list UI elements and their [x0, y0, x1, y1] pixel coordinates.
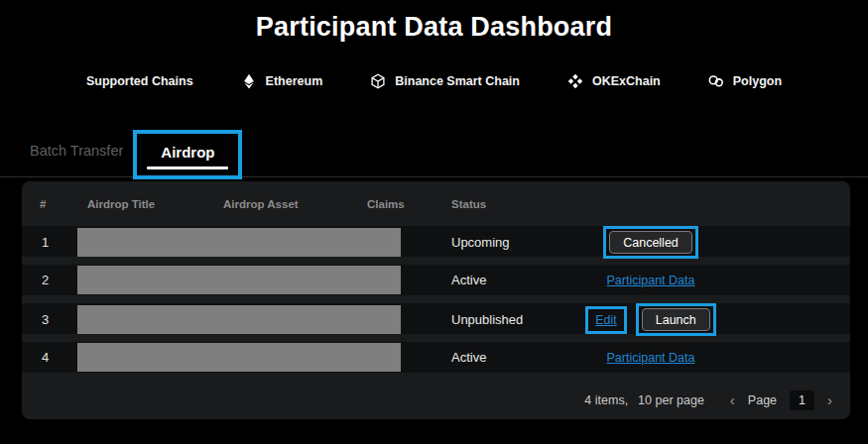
row-status: Active — [423, 273, 576, 287]
row-status: Active — [423, 350, 576, 365]
tab-batch-transfer[interactable]: Batch Transfer — [30, 135, 123, 166]
table-footer: 4 items, 10 per page ‹ Page 1 › — [22, 381, 850, 419]
redacted-airdrop-info-bar — [77, 266, 401, 294]
per-page-label: 10 per page — [638, 393, 704, 407]
column-header-index: # — [36, 198, 77, 210]
chain-item-polygon: Polygon — [708, 73, 782, 89]
highlight-box: Cancelled — [603, 226, 698, 259]
chain-name: OKExChain — [592, 74, 661, 88]
table-row: 4 Active Participant Data — [22, 342, 850, 373]
table-row: 2 Active Participant Data — [22, 265, 850, 295]
chain-item-ethereum: Ethereum — [241, 73, 323, 89]
column-header-asset: Airdrop Asset — [221, 198, 365, 210]
chain-name: Binance Smart Chain — [395, 74, 520, 88]
pagination: ‹ Page 1 › — [730, 390, 832, 410]
action-link-edit[interactable]: Edit — [591, 311, 621, 329]
table-row: 3 Unpublished EditLaunch — [22, 303, 850, 334]
column-header-status: Status — [423, 198, 576, 210]
chain-name: Polygon — [733, 74, 782, 88]
column-header-claims: Claims — [365, 198, 423, 210]
current-page-button[interactable]: 1 — [790, 390, 814, 410]
tab-airdrop[interactable]: Airdrop — [137, 134, 238, 175]
action-button-cancelled[interactable]: Cancelled — [609, 231, 692, 254]
row-index: 4 — [36, 350, 77, 365]
table-row: 1 Upcoming Cancelled — [22, 226, 850, 257]
row-actions: Participant Data — [576, 272, 725, 289]
polygon-icon — [708, 73, 724, 89]
next-page-icon[interactable]: › — [827, 392, 832, 407]
row-status: Unpublished — [423, 312, 576, 327]
table-body: 1 Upcoming Cancelled 2 Active Participan… — [22, 226, 850, 373]
highlight-box: Airdrop — [133, 130, 242, 179]
highlight-box: Edit — [585, 306, 627, 334]
redacted-airdrop-info-bar — [77, 305, 401, 334]
action-link-participant-data[interactable]: Participant Data — [603, 272, 699, 289]
row-status: Upcoming — [423, 235, 576, 250]
row-index: 1 — [36, 235, 77, 250]
supported-chains-label: Supported Chains — [86, 74, 193, 88]
prev-page-icon[interactable]: ‹ — [730, 392, 735, 407]
row-index: 2 — [36, 273, 77, 287]
action-link-participant-data[interactable]: Participant Data — [603, 349, 699, 367]
page-title: Participant Data Dashboard — [0, 0, 868, 43]
supported-chains-bar: Supported Chains Ethereum Binance Smart … — [0, 73, 868, 89]
binance-icon — [370, 73, 386, 89]
action-button-launch[interactable]: Launch — [642, 308, 710, 331]
redacted-airdrop-info-bar — [77, 343, 401, 372]
chain-item-binance: Binance Smart Chain — [370, 73, 520, 89]
row-actions: Cancelled — [576, 226, 725, 259]
table-header-row: # Airdrop Title Airdrop Asset Claims Sta… — [22, 181, 850, 226]
redacted-airdrop-info-bar — [77, 228, 401, 257]
tab-bar: Batch Transfer Airdrop — [0, 125, 868, 177]
chain-name: Ethereum — [266, 74, 323, 88]
row-actions: Participant Data — [576, 349, 725, 367]
row-actions: EditLaunch — [576, 303, 725, 336]
highlight-box: Launch — [636, 303, 716, 336]
okexchain-icon — [567, 73, 583, 89]
page-label: Page — [748, 393, 777, 407]
ethereum-icon — [241, 73, 257, 89]
column-header-title: Airdrop Title — [77, 198, 221, 210]
chain-item-okexchain: OKExChain — [567, 73, 661, 89]
row-index: 3 — [36, 312, 77, 327]
airdrop-table-card: # Airdrop Title Airdrop Asset Claims Sta… — [22, 181, 850, 419]
items-count: 4 items, — [584, 393, 628, 407]
